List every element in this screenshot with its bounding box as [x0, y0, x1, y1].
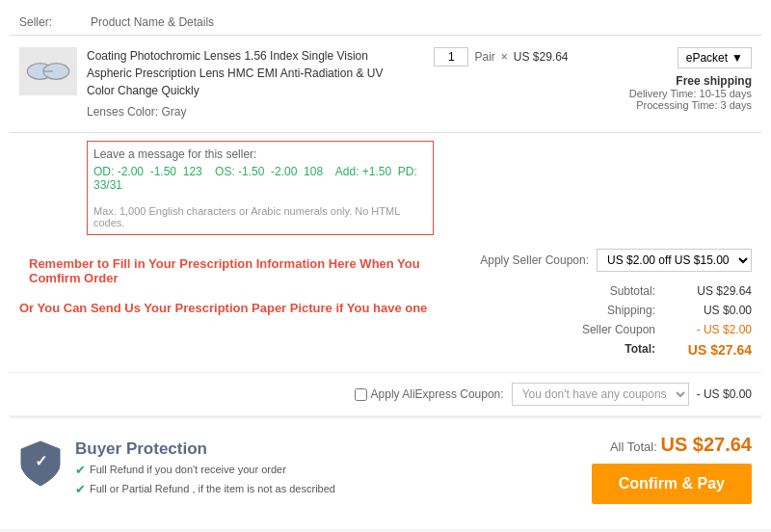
ali-coupon-select[interactable]: You don't have any coupons — [512, 383, 689, 406]
coupon-row: Apply Seller Coupon: US $2.00 off US $15… — [480, 249, 752, 272]
ali-coupon-label: Apply AliExpress Coupon: — [355, 387, 504, 401]
right-panel: Apply Seller Coupon: US $2.00 off US $15… — [480, 249, 752, 360]
lens-image — [24, 52, 72, 91]
seller-coupon-value: - US $2.00 — [675, 323, 752, 336]
product-details: Coating Photochromic Lenses 1.56 Index S… — [87, 47, 405, 120]
price-table: Subtotal: US $29.64 Shipping: US $0.00 S… — [480, 281, 752, 360]
prescription-notice-1: Remember to Fill in Your Prescription In… — [19, 249, 480, 289]
message-hint: Max. 1,000 English characters or Arabic … — [93, 205, 427, 228]
shipping-info: ePacket ▼ Free shipping Delivery Time: 1… — [598, 47, 752, 111]
message-section: Leave a message for this seller: Max. 1,… — [77, 133, 761, 243]
total-value: US $27.64 — [675, 342, 752, 358]
processing-time: Processing Time: 3 days — [598, 99, 752, 111]
buyer-protection: ✓ Buyer Protection ✔ Full Refund if you … — [19, 439, 592, 497]
coupon-label: Apply Seller Coupon: — [480, 253, 589, 267]
multiply: × — [501, 50, 508, 64]
seller-label: Seller: — [19, 15, 52, 29]
bp-item-1: ✔ Full Refund if you don't receive your … — [75, 463, 335, 479]
ali-coupon-row: Apply AliExpress Coupon: You don't have … — [10, 372, 761, 416]
product-row: Coating Photochromic Lenses 1.56 Index S… — [10, 36, 761, 133]
delivery-time: Delivery Time: 10-15 days — [598, 88, 752, 99]
total-row: Total: US $27.64 — [480, 339, 752, 360]
epacket-button[interactable]: ePacket ▼ — [678, 47, 752, 68]
product-name: Coating Photochromic Lenses 1.56 Index S… — [87, 47, 405, 99]
page-wrapper: Seller: Product Name & Details Coating P… — [0, 0, 771, 529]
message-textarea[interactable] — [93, 165, 427, 200]
unit-price: US $29.64 — [514, 50, 569, 64]
left-content: Remember to Fill in Your Prescription In… — [19, 249, 480, 360]
total-label: Total: — [569, 342, 655, 358]
quantity-input[interactable] — [434, 47, 468, 66]
message-label: Leave a message for this seller: — [93, 147, 427, 161]
all-total-label: All Total: — [610, 439, 657, 454]
check-icon-1: ✔ — [75, 462, 86, 479]
section-header: Seller: Product Name & Details — [10, 10, 761, 36]
shipping-value: US $0.00 — [675, 304, 752, 317]
shield-icon: ✓ — [19, 439, 62, 488]
subtotal-label: Subtotal: — [569, 284, 655, 298]
shipping-label: Shipping: — [569, 304, 655, 317]
product-image — [19, 47, 77, 95]
seller-coupon-label: Seller Coupon — [569, 323, 655, 336]
product-name-label: Product Name & Details — [91, 15, 214, 29]
svg-text:✓: ✓ — [35, 453, 47, 469]
color-label: Lenses Color: — [87, 105, 158, 119]
total-confirm: All Total: US $27.64 Confirm & Pay — [592, 434, 752, 504]
bp-title: Buyer Protection — [75, 439, 335, 459]
color-info: Lenses Color: Gray — [87, 103, 405, 120]
message-box: Leave a message for this seller: Max. 1,… — [87, 141, 434, 235]
bp-item-2: ✔ Full or Partial Refund , if the item i… — [75, 482, 335, 498]
epacket-label: ePacket — [686, 51, 728, 65]
subtotal-value: US $29.64 — [675, 284, 752, 298]
confirm-pay-button[interactable]: Confirm & Pay — [592, 464, 752, 504]
check-icon-2: ✔ — [75, 481, 86, 498]
ali-discount: - US $0.00 — [697, 387, 752, 401]
all-total-row: All Total: US $27.64 — [610, 434, 752, 456]
color-value: Gray — [161, 105, 186, 119]
footer-section: ✓ Buyer Protection ✔ Full Refund if you … — [10, 416, 761, 519]
free-shipping-label: Free shipping — [598, 74, 752, 88]
all-total-amount: US $27.64 — [660, 434, 752, 455]
bp-content: Buyer Protection ✔ Full Refund if you do… — [75, 439, 335, 497]
shipping-row: Shipping: US $0.00 — [480, 301, 752, 320]
unit: Pair — [474, 50, 494, 64]
prescription-notice-2: Or You Can Send Us Your Prescription Pap… — [19, 297, 480, 319]
seller-coupon-row: Seller Coupon - US $2.00 — [480, 320, 752, 339]
main-content: Remember to Fill in Your Prescription In… — [10, 243, 761, 366]
ali-coupon-checkbox[interactable] — [355, 388, 367, 401]
coupon-select[interactable]: US $2.00 off US $15.00 — [597, 249, 752, 272]
quantity-price: Pair × US $29.64 — [414, 47, 588, 66]
subtotal-row: Subtotal: US $29.64 — [480, 281, 752, 301]
dropdown-arrow-icon: ▼ — [731, 51, 743, 65]
